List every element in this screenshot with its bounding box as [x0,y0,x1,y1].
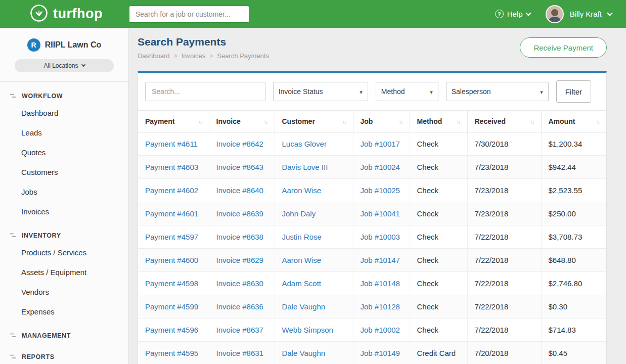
invoice-link[interactable]: Invoice #8638 [216,233,263,241]
job-link[interactable]: Job #10017 [361,140,400,148]
receive-payment-button[interactable]: Receive Payment [520,37,607,58]
customer-link[interactable]: Aaron Wise [282,186,322,195]
brand[interactable]: turfhop [0,4,129,25]
job-link[interactable]: Job #10148 [361,279,400,288]
filter-button[interactable]: Filter [556,80,591,103]
received-cell: 7/23/2018 [467,155,541,178]
customer-link[interactable]: Webb Simpson [282,326,333,334]
sidebar-item-invoices[interactable]: Invoices [0,202,128,221]
breadcrumb-separator: > [209,53,213,60]
breadcrumb-separator: > [174,53,177,60]
invoice-link[interactable]: Invoice #8630 [216,279,263,288]
customer-link[interactable]: Justin Rose [282,233,322,241]
payment-link[interactable]: Payment #4598 [145,279,198,288]
tree-icon [10,353,17,360]
customer-cell: Adam Scott [275,271,353,295]
user-name: Billy Kraft [570,10,602,18]
amount-cell: $1,200.34 [541,132,606,155]
method-select[interactable]: Method [376,82,438,101]
invoice-link[interactable]: Invoice #8631 [216,349,263,357]
job-link[interactable]: Job #10149 [361,349,400,357]
invoice-link[interactable]: Invoice #8636 [216,302,263,311]
invoice-status-select[interactable]: Invoice Status [273,82,368,101]
sidebar-item-expenses[interactable]: Expenses [0,302,128,322]
payment-cell: Payment #4602 [138,178,209,202]
column-header-received[interactable]: Received [467,111,541,132]
breadcrumb-dashboard[interactable]: Dashboard [138,52,170,60]
column-header-job[interactable]: Job [353,111,410,132]
customer-link[interactable]: Aaron Wise [282,256,322,264]
invoice-link[interactable]: Invoice #8642 [216,140,263,148]
column-header-invoice[interactable]: Invoice [209,111,275,132]
sidebar-section-workflow: WORKFLOW [0,82,128,103]
job-link[interactable]: Job #10002 [361,326,400,334]
job-link[interactable]: Job #10024 [361,163,400,171]
breadcrumb-invoices[interactable]: Invoices [182,52,206,60]
sidebar-item-assets-equipment[interactable]: Assets / Equipment [0,262,128,282]
help-menu[interactable]: Help [495,10,530,18]
amount-cell: $250.00 [541,202,606,225]
column-header-customer[interactable]: Customer [275,111,353,132]
sidebar-item-dashboard[interactable]: Dashboard [0,103,128,123]
table-row: Payment #4598 Invoice #8630 Adam Scott J… [138,271,606,295]
sidebar-item-leads[interactable]: Leads [0,123,128,143]
received-cell: 7/20/2018 [467,341,541,364]
page-title: Search Payments [138,36,269,48]
payment-cell: Payment #4611 [138,132,209,155]
global-search-input[interactable] [129,6,249,23]
salesperson-select[interactable]: Salesperson [446,82,549,101]
invoice-link[interactable]: Invoice #8640 [216,186,263,195]
payment-link[interactable]: Payment #4600 [145,256,198,264]
title-row: Search Payments Dashboard > Invoices > S… [138,36,607,60]
customer-link[interactable]: Dale Vaughn [282,302,326,311]
customer-link[interactable]: John Daly [282,209,316,218]
sidebar-item-vendors[interactable]: Vendors [0,282,128,302]
tree-icon [10,232,17,239]
job-link[interactable]: Job #10003 [361,233,400,241]
customer-link[interactable]: Dale Vaughn [282,349,326,357]
sidebar-item-customers[interactable]: Customers [0,162,128,182]
payment-link[interactable]: Payment #4601 [145,209,198,218]
payment-link[interactable]: Payment #4595 [145,349,198,357]
job-link[interactable]: Job #10025 [361,186,400,195]
column-header-amount[interactable]: Amount [541,111,606,132]
payment-link[interactable]: Payment #4611 [145,140,198,148]
invoice-cell: Invoice #8642 [209,132,275,155]
locations-dropdown[interactable]: All Locations [15,59,114,72]
sidebar-item-products-services[interactable]: Products / Services [0,243,128,262]
job-link[interactable]: Job #10128 [361,302,400,311]
table-row: Payment #4601 Invoice #8639 John Daly Jo… [138,202,606,225]
payment-link[interactable]: Payment #4597 [145,233,198,241]
help-icon [495,10,504,18]
customer-link[interactable]: Adam Scott [282,279,322,288]
table-search-input[interactable] [145,82,265,101]
column-header-method[interactable]: Method [410,111,467,132]
job-cell: Job #10147 [353,248,410,271]
invoice-link[interactable]: Invoice #8639 [216,209,263,218]
sort-icon [198,117,202,125]
payment-link[interactable]: Payment #4599 [145,302,198,311]
payment-link[interactable]: Payment #4603 [145,163,198,171]
main-content: Search Payments Dashboard > Invoices > S… [129,28,626,364]
sidebar-item-quotes[interactable]: Quotes [0,143,128,162]
customer-link[interactable]: Lucas Glover [282,140,327,148]
table-row: Payment #4596 Invoice #8637 Webb Simpson… [138,318,606,341]
method-cell: Check [410,155,467,178]
payment-link[interactable]: Payment #4602 [145,186,198,195]
job-link[interactable]: Job #10147 [361,256,400,264]
invoice-link[interactable]: Invoice #8643 [216,163,263,171]
job-link[interactable]: Job #10041 [361,209,400,218]
invoice-link[interactable]: Invoice #8629 [216,256,263,264]
user-menu[interactable]: Billy Kraft [546,5,612,23]
chevron-down-icon [607,10,612,16]
received-cell: 7/23/2018 [467,202,541,225]
job-cell: Job #10128 [353,295,410,318]
invoice-cell: Invoice #8629 [209,248,275,271]
customer-link[interactable]: Davis Love III [282,163,328,171]
sidebar-item-jobs[interactable]: Jobs [0,182,128,202]
table-row: Payment #4603 Invoice #8643 Davis Love I… [138,155,606,178]
amount-cell: $3,708.73 [541,225,606,248]
column-header-payment[interactable]: Payment [138,111,209,132]
invoice-link[interactable]: Invoice #8637 [216,326,263,334]
payment-link[interactable]: Payment #4596 [145,326,198,334]
